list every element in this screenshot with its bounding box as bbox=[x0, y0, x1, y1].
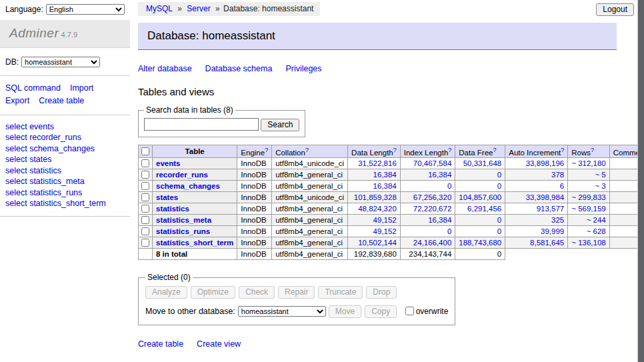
sidebar-item-select-recorder_runs[interactable]: select recorder_runs bbox=[5, 132, 125, 143]
breadcrumb-separator: » bbox=[213, 4, 222, 13]
breadcrumb-link-server[interactable]: Server bbox=[187, 4, 210, 13]
analyze-button[interactable]: Analyze bbox=[145, 286, 187, 299]
row-checkbox[interactable] bbox=[141, 159, 149, 167]
row-checkbox[interactable] bbox=[141, 216, 149, 224]
table-link-events[interactable]: events bbox=[156, 159, 180, 167]
link-database-schema[interactable]: Database schema bbox=[205, 64, 273, 73]
move-button[interactable]: Move bbox=[329, 305, 361, 318]
cell-table-name: events bbox=[153, 158, 237, 169]
cell-auto-increment: 6 bbox=[505, 181, 568, 192]
sidebar-item-select-statistics_meta[interactable]: select statistics_meta bbox=[5, 176, 125, 187]
column-header-data-free: Data Free? bbox=[455, 145, 505, 158]
move-row: Move to other database:homeassistantMove… bbox=[145, 305, 448, 318]
help-icon[interactable]: ? bbox=[448, 147, 451, 153]
help-icon[interactable]: ? bbox=[591, 147, 594, 153]
row-checkbox[interactable] bbox=[141, 193, 149, 201]
table-link-statistics_short_term[interactable]: statistics_short_term bbox=[156, 239, 233, 247]
cell-table-name: statistics_meta bbox=[153, 215, 237, 226]
search-button[interactable]: Search bbox=[261, 119, 299, 131]
sidebar-action-export[interactable]: Export bbox=[5, 96, 29, 105]
table-row: statistics_metaInnoDButf8mb4_general_ci4… bbox=[139, 215, 644, 226]
sidebar-item-select-schema_changes[interactable]: select schema_changes bbox=[5, 143, 125, 155]
table-create-links: Create tableCreate view bbox=[138, 339, 644, 349]
optimize-button[interactable]: Optimize bbox=[191, 286, 235, 299]
table-link-statistics_meta[interactable]: statistics_meta bbox=[156, 216, 211, 224]
cell-engine: InnoDB bbox=[237, 215, 272, 226]
total-collation: utf8mb4_general_ci bbox=[272, 249, 348, 260]
cell-data-length: 101,859,328 bbox=[348, 192, 401, 203]
help-icon[interactable]: ? bbox=[265, 147, 268, 153]
language-select[interactable]: English bbox=[46, 4, 125, 15]
sidebar-action-sql-command[interactable]: SQL command bbox=[5, 83, 61, 93]
logout-button[interactable]: Logout bbox=[596, 3, 634, 16]
overwrite-checkbox[interactable] bbox=[405, 307, 414, 315]
sidebar-item-select-states[interactable]: select states bbox=[5, 154, 125, 165]
table-link-states[interactable]: states bbox=[156, 193, 178, 201]
sidebar-item-select-statistics[interactable]: select statistics bbox=[5, 165, 125, 177]
help-icon[interactable]: ? bbox=[305, 147, 309, 153]
tables-heading: Tables and views bbox=[138, 86, 644, 97]
select-all-checkbox[interactable] bbox=[141, 147, 149, 155]
cell-collation: utf8mb4_unicode_ci bbox=[272, 158, 348, 169]
overwrite-option[interactable]: overwrite bbox=[403, 307, 449, 316]
cell-index-length: 67,256,320 bbox=[400, 192, 455, 203]
link-alter-database[interactable]: Alter database bbox=[138, 64, 192, 73]
column-header-collation: Collation? bbox=[272, 145, 348, 158]
total-row: 8 in total InnoDB utf8mb4_general_ci 192… bbox=[139, 249, 644, 260]
move-db-select[interactable]: homeassistant bbox=[238, 306, 326, 317]
cell-table-name: recorder_runs bbox=[153, 169, 237, 181]
drop-button[interactable]: Drop bbox=[366, 286, 397, 299]
cell-data-length: 49,152 bbox=[348, 226, 401, 237]
db-label: DB: bbox=[5, 57, 19, 67]
sidebar-action-create-table[interactable]: Create table bbox=[39, 96, 84, 105]
link-privileges[interactable]: Privileges bbox=[285, 64, 321, 73]
row-checkbox[interactable] bbox=[141, 171, 149, 179]
table-link-schema_changes[interactable]: schema_changes bbox=[156, 182, 220, 190]
cell-auto-increment: 378 bbox=[505, 169, 568, 181]
table-link-statistics_runs[interactable]: statistics_runs bbox=[156, 227, 210, 235]
cell-index-length: 70,467,584 bbox=[400, 158, 455, 169]
breadcrumb-link-mysql[interactable]: MySQL bbox=[146, 4, 173, 13]
table-link-statistics[interactable]: statistics bbox=[156, 205, 189, 213]
cell-data-free: 0 bbox=[455, 215, 505, 226]
cell-engine: InnoDB bbox=[237, 169, 272, 181]
row-checkbox[interactable] bbox=[141, 205, 149, 213]
row-checkbox[interactable] bbox=[141, 239, 149, 247]
main-content: MySQL » Server » Database: homeassistant… bbox=[130, 0, 644, 362]
copy-button[interactable]: Copy bbox=[365, 305, 397, 318]
total-engine: InnoDB bbox=[237, 249, 272, 260]
sidebar-item-select-statistics_short_term[interactable]: select statistics_short_term bbox=[5, 198, 125, 209]
vertical-scrollbar[interactable] bbox=[637, 0, 644, 362]
header-checkbox-cell bbox=[139, 145, 153, 158]
sidebar-actions: SQL commandImportExportCreate table bbox=[0, 76, 130, 115]
row-checkbox[interactable] bbox=[141, 182, 149, 190]
db-select[interactable]: homeassistant bbox=[21, 57, 100, 67]
truncate-button[interactable]: Truncate bbox=[318, 286, 363, 299]
sidebar-item-select-statistics_runs[interactable]: select statistics_runs bbox=[5, 187, 125, 199]
cell-data-free: 50,331,648 bbox=[455, 158, 505, 169]
cell-rows: ~ 312,180 bbox=[568, 158, 609, 169]
link-create-table[interactable]: Create table bbox=[138, 339, 183, 349]
repair-button[interactable]: Repair bbox=[278, 286, 315, 299]
sidebar-action-import[interactable]: Import bbox=[70, 83, 93, 93]
column-header-rows: Rows? bbox=[568, 145, 609, 158]
cell-auto-increment: 39,999 bbox=[505, 226, 568, 237]
selected-buttons-row: AnalyzeOptimizeCheckRepairTruncateDrop bbox=[145, 286, 448, 299]
column-label: Data Length bbox=[351, 148, 393, 156]
help-icon[interactable]: ? bbox=[493, 147, 496, 153]
total-empty-cell bbox=[139, 249, 153, 260]
column-label: Collation bbox=[275, 148, 305, 156]
link-create-view[interactable]: Create view bbox=[197, 339, 241, 349]
search-input[interactable] bbox=[144, 118, 259, 131]
cell-table-name: statistics_runs bbox=[153, 226, 237, 237]
help-icon[interactable]: ? bbox=[561, 147, 564, 153]
cell-engine: InnoDB bbox=[237, 192, 272, 203]
table-link-recorder_runs[interactable]: recorder_runs bbox=[156, 171, 208, 179]
column-label: Engine bbox=[241, 148, 265, 156]
row-checkbox[interactable] bbox=[141, 227, 149, 235]
row-checkbox-cell bbox=[139, 158, 153, 169]
help-icon[interactable]: ? bbox=[393, 147, 397, 153]
check-button[interactable]: Check bbox=[239, 286, 275, 299]
row-checkbox-cell bbox=[139, 226, 153, 237]
sidebar-item-select-events[interactable]: select events bbox=[5, 121, 125, 133]
